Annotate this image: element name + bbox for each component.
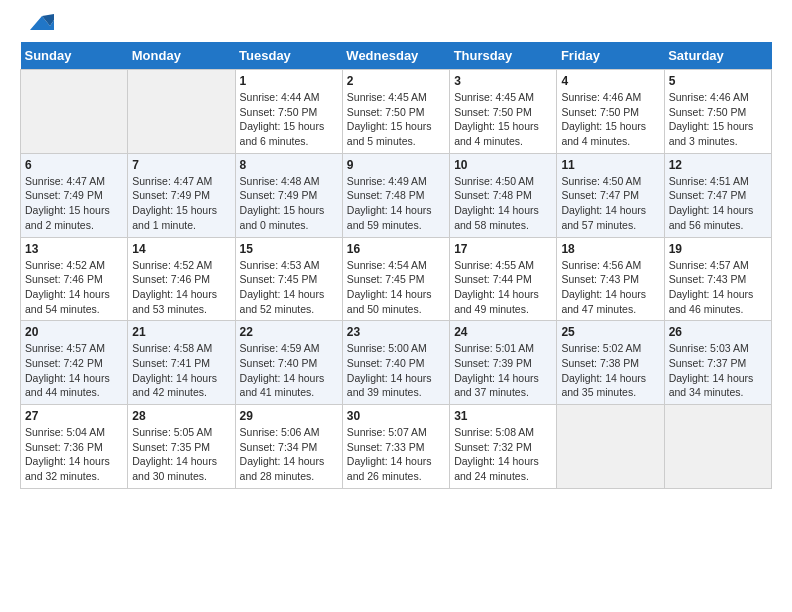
day-number: 14 [132,242,230,256]
page-header [20,20,772,32]
day-cell-17: 17Sunrise: 4:55 AMSunset: 7:44 PMDayligh… [450,237,557,321]
week-row-4: 20Sunrise: 4:57 AMSunset: 7:42 PMDayligh… [21,321,772,405]
day-number: 6 [25,158,123,172]
day-cell-31: 31Sunrise: 5:08 AMSunset: 7:32 PMDayligh… [450,405,557,489]
day-number: 24 [454,325,552,339]
weekday-header-thursday: Thursday [450,42,557,70]
day-info: Sunrise: 4:59 AMSunset: 7:40 PMDaylight:… [240,341,338,400]
day-cell-26: 26Sunrise: 5:03 AMSunset: 7:37 PMDayligh… [664,321,771,405]
day-number: 12 [669,158,767,172]
day-cell-18: 18Sunrise: 4:56 AMSunset: 7:43 PMDayligh… [557,237,664,321]
day-info: Sunrise: 4:44 AMSunset: 7:50 PMDaylight:… [240,90,338,149]
day-info: Sunrise: 4:46 AMSunset: 7:50 PMDaylight:… [669,90,767,149]
week-row-2: 6Sunrise: 4:47 AMSunset: 7:49 PMDaylight… [21,153,772,237]
day-cell-28: 28Sunrise: 5:05 AMSunset: 7:35 PMDayligh… [128,405,235,489]
day-cell-12: 12Sunrise: 4:51 AMSunset: 7:47 PMDayligh… [664,153,771,237]
day-cell-2: 2Sunrise: 4:45 AMSunset: 7:50 PMDaylight… [342,70,449,154]
day-info: Sunrise: 5:05 AMSunset: 7:35 PMDaylight:… [132,425,230,484]
day-cell-7: 7Sunrise: 4:47 AMSunset: 7:49 PMDaylight… [128,153,235,237]
day-info: Sunrise: 4:57 AMSunset: 7:43 PMDaylight:… [669,258,767,317]
week-row-1: 1Sunrise: 4:44 AMSunset: 7:50 PMDaylight… [21,70,772,154]
day-cell-3: 3Sunrise: 4:45 AMSunset: 7:50 PMDaylight… [450,70,557,154]
day-cell-29: 29Sunrise: 5:06 AMSunset: 7:34 PMDayligh… [235,405,342,489]
day-info: Sunrise: 4:52 AMSunset: 7:46 PMDaylight:… [25,258,123,317]
day-cell-23: 23Sunrise: 5:00 AMSunset: 7:40 PMDayligh… [342,321,449,405]
day-number: 9 [347,158,445,172]
day-cell-14: 14Sunrise: 4:52 AMSunset: 7:46 PMDayligh… [128,237,235,321]
day-number: 4 [561,74,659,88]
day-cell-15: 15Sunrise: 4:53 AMSunset: 7:45 PMDayligh… [235,237,342,321]
day-info: Sunrise: 4:45 AMSunset: 7:50 PMDaylight:… [454,90,552,149]
day-cell-9: 9Sunrise: 4:49 AMSunset: 7:48 PMDaylight… [342,153,449,237]
day-info: Sunrise: 5:07 AMSunset: 7:33 PMDaylight:… [347,425,445,484]
day-info: Sunrise: 4:54 AMSunset: 7:45 PMDaylight:… [347,258,445,317]
day-info: Sunrise: 4:58 AMSunset: 7:41 PMDaylight:… [132,341,230,400]
day-info: Sunrise: 5:01 AMSunset: 7:39 PMDaylight:… [454,341,552,400]
day-cell-25: 25Sunrise: 5:02 AMSunset: 7:38 PMDayligh… [557,321,664,405]
day-cell-1: 1Sunrise: 4:44 AMSunset: 7:50 PMDaylight… [235,70,342,154]
day-info: Sunrise: 5:04 AMSunset: 7:36 PMDaylight:… [25,425,123,484]
day-info: Sunrise: 4:46 AMSunset: 7:50 PMDaylight:… [561,90,659,149]
day-info: Sunrise: 4:47 AMSunset: 7:49 PMDaylight:… [132,174,230,233]
day-info: Sunrise: 4:52 AMSunset: 7:46 PMDaylight:… [132,258,230,317]
day-number: 27 [25,409,123,423]
day-number: 13 [25,242,123,256]
day-cell-13: 13Sunrise: 4:52 AMSunset: 7:46 PMDayligh… [21,237,128,321]
day-info: Sunrise: 4:57 AMSunset: 7:42 PMDaylight:… [25,341,123,400]
day-number: 29 [240,409,338,423]
day-number: 23 [347,325,445,339]
empty-cell [664,405,771,489]
empty-cell [21,70,128,154]
day-cell-21: 21Sunrise: 4:58 AMSunset: 7:41 PMDayligh… [128,321,235,405]
day-number: 5 [669,74,767,88]
day-info: Sunrise: 4:50 AMSunset: 7:47 PMDaylight:… [561,174,659,233]
empty-cell [557,405,664,489]
day-number: 18 [561,242,659,256]
day-number: 11 [561,158,659,172]
day-info: Sunrise: 4:48 AMSunset: 7:49 PMDaylight:… [240,174,338,233]
day-cell-19: 19Sunrise: 4:57 AMSunset: 7:43 PMDayligh… [664,237,771,321]
day-number: 21 [132,325,230,339]
weekday-header-row: SundayMondayTuesdayWednesdayThursdayFrid… [21,42,772,70]
logo-icon [22,12,54,32]
day-info: Sunrise: 5:08 AMSunset: 7:32 PMDaylight:… [454,425,552,484]
day-number: 26 [669,325,767,339]
day-number: 30 [347,409,445,423]
day-cell-20: 20Sunrise: 4:57 AMSunset: 7:42 PMDayligh… [21,321,128,405]
weekday-header-saturday: Saturday [664,42,771,70]
day-number: 20 [25,325,123,339]
weekday-header-sunday: Sunday [21,42,128,70]
week-row-5: 27Sunrise: 5:04 AMSunset: 7:36 PMDayligh… [21,405,772,489]
day-cell-16: 16Sunrise: 4:54 AMSunset: 7:45 PMDayligh… [342,237,449,321]
day-cell-4: 4Sunrise: 4:46 AMSunset: 7:50 PMDaylight… [557,70,664,154]
day-number: 1 [240,74,338,88]
day-info: Sunrise: 5:02 AMSunset: 7:38 PMDaylight:… [561,341,659,400]
weekday-header-wednesday: Wednesday [342,42,449,70]
empty-cell [128,70,235,154]
day-number: 16 [347,242,445,256]
day-cell-24: 24Sunrise: 5:01 AMSunset: 7:39 PMDayligh… [450,321,557,405]
day-number: 17 [454,242,552,256]
logo [20,20,54,32]
weekday-header-tuesday: Tuesday [235,42,342,70]
day-info: Sunrise: 4:49 AMSunset: 7:48 PMDaylight:… [347,174,445,233]
day-cell-30: 30Sunrise: 5:07 AMSunset: 7:33 PMDayligh… [342,405,449,489]
day-cell-27: 27Sunrise: 5:04 AMSunset: 7:36 PMDayligh… [21,405,128,489]
day-info: Sunrise: 4:53 AMSunset: 7:45 PMDaylight:… [240,258,338,317]
day-number: 7 [132,158,230,172]
day-number: 31 [454,409,552,423]
day-number: 2 [347,74,445,88]
day-cell-10: 10Sunrise: 4:50 AMSunset: 7:48 PMDayligh… [450,153,557,237]
day-info: Sunrise: 5:03 AMSunset: 7:37 PMDaylight:… [669,341,767,400]
weekday-header-monday: Monday [128,42,235,70]
day-cell-11: 11Sunrise: 4:50 AMSunset: 7:47 PMDayligh… [557,153,664,237]
day-number: 15 [240,242,338,256]
day-cell-6: 6Sunrise: 4:47 AMSunset: 7:49 PMDaylight… [21,153,128,237]
day-number: 22 [240,325,338,339]
day-info: Sunrise: 4:50 AMSunset: 7:48 PMDaylight:… [454,174,552,233]
weekday-header-friday: Friday [557,42,664,70]
calendar-table: SundayMondayTuesdayWednesdayThursdayFrid… [20,42,772,489]
day-number: 28 [132,409,230,423]
day-info: Sunrise: 4:45 AMSunset: 7:50 PMDaylight:… [347,90,445,149]
day-number: 3 [454,74,552,88]
